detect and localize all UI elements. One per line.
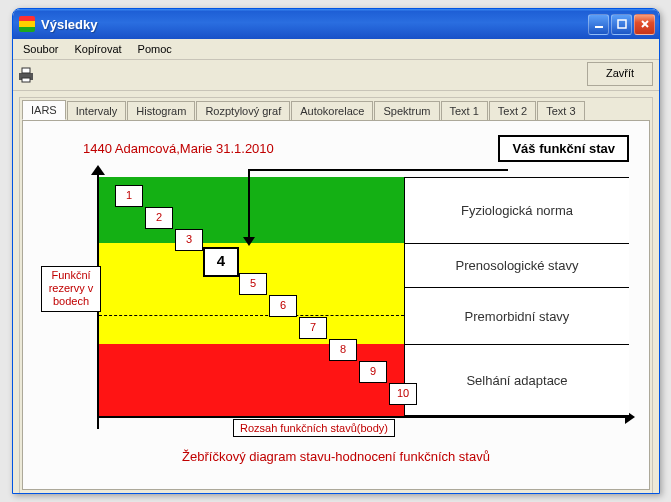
pointer-horizontal [248,169,508,171]
step-9: 9 [359,361,387,383]
chart-area: Fyziologická norma Prenosologické stavy … [43,171,629,469]
step-1: 1 [115,185,143,207]
window-controls [588,14,655,35]
app-icon [19,16,35,32]
band-label-3: Premorbidní stavy [404,287,629,344]
step-2: 2 [145,207,173,229]
header-row: 1440 Adamcová,Marie 31.1.2010 Váš funkčn… [83,135,629,161]
window-title: Výsledky [41,17,588,32]
patient-info: 1440 Adamcová,Marie 31.1.2010 [83,141,498,156]
tabstrip: IARS Intervaly Histogram Rozptylový graf… [20,98,652,120]
step-4-current: 4 [203,247,239,277]
svg-rect-4 [22,78,30,82]
results-window: Výsledky Soubor Kopírovat Pomoc Zavřít [12,8,660,494]
tab-text3[interactable]: Text 3 [537,101,584,121]
menu-help[interactable]: Pomoc [132,41,178,57]
step-5: 5 [239,273,267,295]
tab-iars[interactable]: IARS [22,100,66,120]
minimize-button[interactable] [588,14,609,35]
step-6: 6 [269,295,297,317]
band-label-4: Selhání adaptace [404,344,629,416]
x-axis-label: Rozsah funkčních stavů(body) [233,419,395,437]
step-3: 3 [175,229,203,251]
content-panel: IARS Intervaly Histogram Rozptylový graf… [19,97,653,494]
step-7: 7 [299,317,327,339]
pointer-vertical [248,169,250,243]
tab-text2[interactable]: Text 2 [489,101,536,121]
y-axis-arrow-icon [91,165,105,175]
y-axis-label: Funkční rezervy v bodech [41,266,101,312]
print-icon[interactable] [17,67,35,83]
toolbar: Zavřít [13,60,659,91]
svg-rect-1 [618,20,626,28]
step-10: 10 [389,383,417,405]
tab-content: 1440 Adamcová,Marie 31.1.2010 Váš funkčn… [22,120,650,490]
menu-copy[interactable]: Kopírovat [68,41,127,57]
tab-spektrum[interactable]: Spektrum [374,101,439,121]
svg-rect-0 [595,26,603,28]
zone-bands: Fyziologická norma Prenosologické stavy … [99,177,629,416]
menubar: Soubor Kopírovat Pomoc [13,39,659,60]
dashed-divider [99,315,404,316]
close-button[interactable] [634,14,655,35]
tab-histogram[interactable]: Histogram [127,101,195,121]
band-label-2: Prenosologické stavy [404,243,629,287]
titlebar[interactable]: Výsledky [13,9,659,39]
svg-rect-3 [22,68,30,73]
tab-intervaly[interactable]: Intervaly [67,101,127,121]
tab-rozptylovy[interactable]: Rozptylový graf [196,101,290,121]
band-label-1: Fyziologická norma [404,177,629,243]
tab-text1[interactable]: Text 1 [441,101,488,121]
chart-caption: Žebříčkový diagram stavu-hodnocení funkč… [43,449,629,464]
tab-autokorelace[interactable]: Autokorelace [291,101,373,121]
status-box: Váš funkční stav [498,135,629,162]
step-8: 8 [329,339,357,361]
pointer-arrow-icon [243,237,255,246]
menu-file[interactable]: Soubor [17,41,64,57]
maximize-button[interactable] [611,14,632,35]
close-panel-button[interactable]: Zavřít [587,62,653,86]
x-axis [97,416,629,418]
